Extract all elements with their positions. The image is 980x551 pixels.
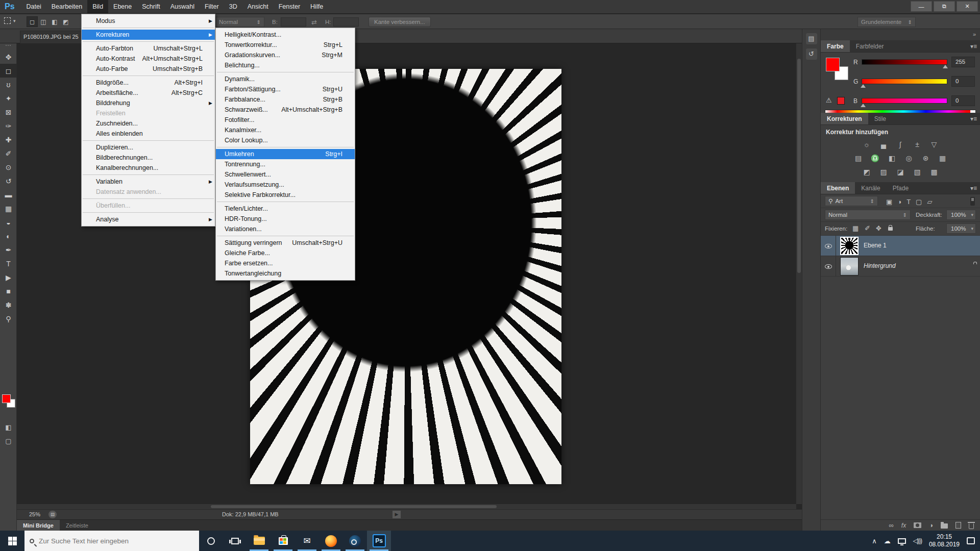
photoshop-taskbar-button[interactable]: Ps xyxy=(367,531,391,551)
pen-tool[interactable]: ✒ xyxy=(0,243,17,257)
menu-item[interactable]: Schwarzweiß... Alt+Umschalt+Strg+B ▶ xyxy=(216,105,355,115)
new-group-icon[interactable] xyxy=(941,523,948,529)
collapse-panels-icon[interactable]: » xyxy=(821,29,980,40)
menubar-item-filter[interactable]: Filter xyxy=(200,0,224,14)
fill-field[interactable]: 100% ▾ xyxy=(946,223,976,234)
add-layer-mask-icon[interactable] xyxy=(914,522,921,528)
filter-pixel-layer-icon[interactable]: ▣ xyxy=(886,198,892,206)
panel-menu-icon[interactable]: ▾≡ xyxy=(970,115,977,122)
new-selection-icon[interactable]: ◻ xyxy=(27,16,38,27)
tab-farbfelder[interactable]: Farbfelder xyxy=(850,40,890,52)
color-lookup-icon[interactable]: ▦ xyxy=(937,153,949,164)
tab-stile[interactable]: Stile xyxy=(868,113,892,124)
collapsed-panel-minibridge-icon[interactable]: ▤ xyxy=(806,33,817,44)
clone-stamp-tool[interactable]: ⊙ xyxy=(0,160,17,174)
tab-pfade[interactable]: Pfade xyxy=(887,182,915,194)
menu-item[interactable]: Auto-Kontrast Alt+Umschalt+Strg+L ▶ xyxy=(82,54,215,64)
menu-item[interactable]: Auto-Farbton Umschalt+Strg+L ▶ xyxy=(82,43,215,54)
filter-shape-layer-icon[interactable]: ▢ xyxy=(916,198,922,206)
blue-slider[interactable] xyxy=(862,98,947,104)
menubar-item-fenster[interactable]: Fenster xyxy=(274,0,305,14)
minimize-icon[interactable]: — xyxy=(911,1,932,12)
threshold-icon[interactable]: ◪ xyxy=(894,167,906,178)
path-selection-tool[interactable]: ▶ xyxy=(0,270,17,284)
brush-tool[interactable]: ✐ xyxy=(0,146,17,160)
green-value-field[interactable]: 0 xyxy=(951,76,975,87)
lock-all-icon[interactable] xyxy=(888,227,893,231)
type-tool[interactable]: T xyxy=(0,257,17,270)
document-tab[interactable]: P1080109.JPG bei 25 xyxy=(20,31,83,43)
horizontal-scrollbar[interactable] xyxy=(17,504,796,509)
menu-item[interactable]: Bildgröße... Alt+Strg+I ▶ xyxy=(82,78,215,88)
search-input[interactable] xyxy=(39,537,182,545)
menubar-item-ansicht[interactable]: Ansicht xyxy=(242,0,274,14)
tab-zeitleiste[interactable]: Zeitleiste xyxy=(60,520,94,531)
menu-item[interactable]: Bilddrehung ▶ xyxy=(82,98,215,108)
menu-item[interactable]: Farbbalance... Strg+B ▶ xyxy=(216,94,355,105)
menu-item[interactable]: Helligkeit/Kontrast... ▶ xyxy=(216,30,355,40)
hue-saturation-icon[interactable]: ▤ xyxy=(852,153,865,164)
filter-type-layer-icon[interactable]: T xyxy=(906,198,911,206)
gradient-tool[interactable]: ▦ xyxy=(0,202,17,215)
menu-item[interactable]: Korrekturen ▶ xyxy=(82,30,215,40)
layer-visibility-cell[interactable] xyxy=(821,256,836,277)
firefox-button[interactable] xyxy=(319,531,343,551)
network-icon[interactable] xyxy=(898,538,906,544)
menu-item[interactable]: Gleiche Farbe... ▶ xyxy=(216,248,355,258)
vibrance-icon[interactable]: ▽ xyxy=(928,139,940,150)
action-center-icon[interactable] xyxy=(967,537,975,544)
posterize-icon[interactable]: ▨ xyxy=(877,167,890,178)
menubar-item-bearbeiten[interactable]: Bearbeiten xyxy=(46,0,87,14)
menu-item[interactable]: Gradationskurven... Strg+M ▶ xyxy=(216,50,355,60)
menu-item[interactable]: Tontrennung... ▶ xyxy=(216,159,355,169)
menu-item[interactable]: Duplizieren... ▶ xyxy=(82,142,215,153)
menu-item[interactable]: Arbeitsfläche... Alt+Strg+C ▶ xyxy=(82,88,215,98)
panel-menu-icon[interactable]: ▾≡ xyxy=(970,43,977,50)
subtract-selection-icon[interactable]: ◧ xyxy=(49,16,60,27)
photo-filter-icon[interactable]: ◎ xyxy=(903,153,915,164)
menu-item[interactable]: Farbe ersetzen... ▶ xyxy=(216,258,355,268)
mail-button[interactable]: ✉ xyxy=(295,531,319,551)
volume-icon[interactable]: ◁))) xyxy=(913,537,922,544)
blue-value-field[interactable]: 0 xyxy=(951,95,975,106)
menu-item[interactable]: Selektive Farbkorrektur... ▶ xyxy=(216,190,355,200)
eye-icon[interactable] xyxy=(825,244,832,248)
history-brush-tool[interactable]: ↺ xyxy=(0,174,17,188)
menu-item[interactable]: Fotofilter... ▶ xyxy=(216,115,355,125)
menu-item[interactable]: Auto-Farbe Umschalt+Strg+B ▶ xyxy=(82,64,215,74)
slider-thumb[interactable] xyxy=(861,84,866,88)
quick-selection-tool[interactable]: ✦ xyxy=(0,91,17,105)
menu-item[interactable]: Sättigung verringern Umschalt+Strg+U ▶ xyxy=(216,238,355,248)
healing-brush-tool[interactable]: ✚ xyxy=(0,133,17,146)
cortana-button[interactable] xyxy=(199,531,223,551)
add-selection-icon[interactable]: ◫ xyxy=(38,16,49,27)
blur-tool[interactable]: ◒ xyxy=(0,215,17,229)
menu-item[interactable]: Kanalberechnungen... ▶ xyxy=(82,163,215,173)
link-layers-icon[interactable]: ∞ xyxy=(889,520,894,531)
menubar-item-ebene[interactable]: Ebene xyxy=(108,0,137,14)
layer-filter-select[interactable]: ⚲ Art ⇕ xyxy=(825,196,878,206)
menubar-item-datei[interactable]: Datei xyxy=(21,0,46,14)
layer-thumbnail[interactable] xyxy=(840,237,859,255)
close-icon[interactable]: ✕ xyxy=(957,1,978,12)
green-slider[interactable] xyxy=(862,79,947,84)
exposure-icon[interactable]: ± xyxy=(911,139,923,150)
menu-item[interactable]: Modus ▶ xyxy=(82,16,215,26)
menu-item[interactable]: Analyse ▶ xyxy=(82,214,215,224)
menu-item[interactable]: Zuschneiden... ▶ xyxy=(82,118,215,129)
curves-icon[interactable]: ∫ xyxy=(894,139,906,150)
lock-pixels-icon[interactable]: ✐ xyxy=(865,224,870,232)
channel-mixer-icon[interactable]: ⊛ xyxy=(920,153,932,164)
tab-farbe[interactable]: Farbe xyxy=(821,40,850,52)
file-explorer-button[interactable] xyxy=(247,531,271,551)
new-layer-icon[interactable] xyxy=(955,522,961,529)
width-field[interactable] xyxy=(281,17,306,27)
eye-icon[interactable] xyxy=(825,264,832,269)
screen-mode-icon[interactable]: ▢ xyxy=(0,437,17,445)
brightness-contrast-icon[interactable]: ☼ xyxy=(861,139,873,150)
steam-button[interactable] xyxy=(343,531,367,551)
menu-item[interactable]: Farbton/Sättigung... Strg+U ▶ xyxy=(216,84,355,94)
intersect-selection-icon[interactable]: ◩ xyxy=(60,16,71,27)
menubar-item-3d[interactable]: 3D xyxy=(224,0,242,14)
delete-layer-icon[interactable] xyxy=(969,523,974,529)
